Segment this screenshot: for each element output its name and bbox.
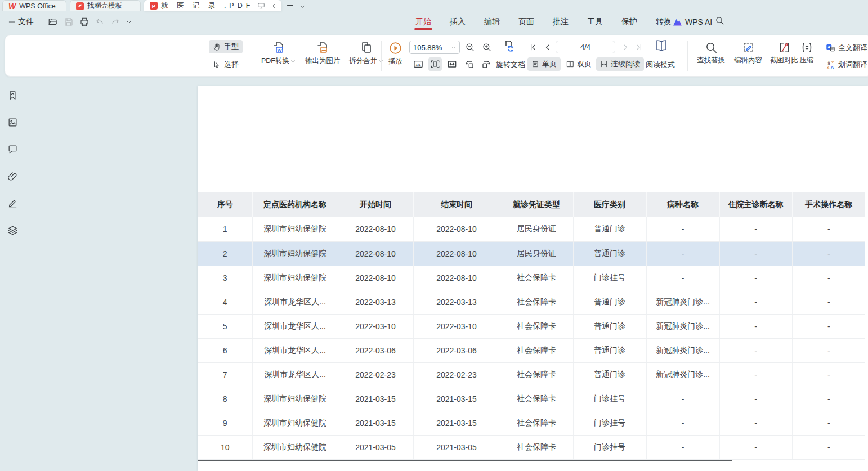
zoom-value: 105.88% bbox=[413, 43, 442, 52]
tab-wps-office[interactable]: W WPS Office bbox=[2, 0, 66, 11]
thumbnails-icon[interactable] bbox=[5, 115, 20, 129]
next-page-icon[interactable] bbox=[619, 41, 632, 54]
table-cell: - bbox=[792, 411, 865, 435]
rotate-document-icon[interactable] bbox=[503, 39, 516, 53]
compress-button[interactable]: 压缩 bbox=[793, 39, 820, 68]
table-cell: 普通门诊 bbox=[573, 217, 646, 241]
divider bbox=[381, 41, 382, 71]
select-tool-label: 选择 bbox=[224, 60, 239, 70]
full-text-translate-button[interactable]: A 全文翻译 bbox=[821, 41, 868, 55]
table-cell: 普通门诊 bbox=[573, 362, 646, 387]
hand-icon bbox=[213, 43, 221, 51]
file-menu-button[interactable]: 文件 bbox=[6, 15, 36, 29]
word-translate-label: 划词翻译 bbox=[838, 60, 867, 70]
read-mode-label[interactable]: 阅读模式 bbox=[646, 60, 675, 70]
single-page-label: 单页 bbox=[542, 59, 557, 69]
open-file-icon[interactable] bbox=[48, 17, 58, 27]
save-icon[interactable] bbox=[64, 17, 74, 27]
menu-item[interactable]: 批注 bbox=[552, 12, 570, 32]
monitor-icon[interactable] bbox=[257, 2, 265, 10]
column-header: 住院主诊断名称 bbox=[719, 192, 792, 217]
find-replace-button[interactable]: 查找替换 bbox=[693, 39, 729, 68]
compress-label: 压缩 bbox=[800, 56, 814, 65]
tab-list-chevron-icon[interactable] bbox=[299, 3, 306, 10]
table-cell: 深圳市妇幼保健院 bbox=[252, 266, 338, 290]
rotate-left-icon[interactable] bbox=[463, 57, 477, 71]
table-cell: - bbox=[719, 387, 792, 411]
table-cell: 1 bbox=[198, 217, 252, 241]
table-cell: 2022-08-10 bbox=[413, 241, 500, 266]
print-icon[interactable] bbox=[79, 17, 90, 27]
page-number-input[interactable]: 4/4 bbox=[556, 41, 615, 53]
more-tools-chevron-icon[interactable] bbox=[126, 19, 132, 25]
svg-text:W: W bbox=[277, 48, 281, 53]
new-tab-icon[interactable] bbox=[286, 1, 294, 10]
word-translate-button[interactable]: 文A 划词翻译 bbox=[821, 58, 868, 71]
rotate-document-label[interactable]: 旋转文档 bbox=[496, 60, 525, 70]
layers-icon[interactable] bbox=[5, 223, 20, 237]
table-cell: 深圳市龙华区人... bbox=[252, 290, 338, 314]
table-cell: 新冠肺炎门诊... bbox=[646, 290, 719, 314]
table-cell: 深圳市妇幼保健院 bbox=[252, 387, 338, 411]
table-cell: 深圳市妇幼保健院 bbox=[252, 217, 338, 241]
zoom-level-dropdown[interactable]: 105.88% bbox=[409, 41, 460, 54]
table-cell: 3 bbox=[198, 266, 252, 290]
select-tool-button[interactable]: 选择 bbox=[209, 58, 243, 71]
fit-width-icon[interactable] bbox=[445, 57, 459, 71]
wps-ai-label: WPS AI bbox=[685, 17, 712, 26]
menu-item[interactable]: 工具 bbox=[586, 12, 604, 32]
table-cell: 深圳市妇幼保健院 bbox=[252, 411, 338, 435]
divider bbox=[138, 17, 138, 26]
play-label: 播放 bbox=[388, 57, 402, 66]
fit-page-icon[interactable] bbox=[428, 57, 442, 71]
last-page-icon[interactable] bbox=[632, 41, 646, 54]
table-cell: 2022-08-10 bbox=[413, 266, 500, 290]
split-merge-button[interactable]: 拆分合并 bbox=[346, 39, 386, 68]
table-cell: 门诊挂号 bbox=[573, 411, 646, 435]
actual-size-icon[interactable]: 1:1 bbox=[411, 57, 425, 71]
signature-icon[interactable] bbox=[5, 196, 20, 210]
menu-item[interactable]: 开始 bbox=[414, 12, 432, 32]
table-cell: 社会保障卡 bbox=[500, 435, 573, 459]
tab-docer-templates[interactable]: 找稻壳模板 bbox=[70, 0, 141, 11]
table-cell: - bbox=[719, 314, 792, 338]
edit-content-button[interactable]: 编辑内容 bbox=[730, 39, 766, 68]
tab-label: WPS Office bbox=[19, 2, 55, 10]
menu-item[interactable]: 保护 bbox=[620, 12, 638, 32]
zoom-out-icon[interactable] bbox=[463, 41, 477, 54]
search-icon[interactable] bbox=[715, 16, 724, 25]
table-cell: 2022-03-06 bbox=[338, 338, 413, 362]
previous-page-icon[interactable] bbox=[541, 41, 554, 54]
undo-icon[interactable] bbox=[95, 17, 105, 27]
menu-item[interactable]: 编辑 bbox=[483, 12, 501, 32]
comment-icon[interactable] bbox=[5, 142, 20, 156]
menu-item[interactable]: 页面 bbox=[517, 12, 535, 32]
tab-pdf-document[interactable]: P 就 医 记 录 .PDF bbox=[144, 0, 281, 11]
wps-logo-icon: W bbox=[8, 2, 16, 10]
bookmark-icon[interactable] bbox=[5, 88, 20, 102]
menu-item[interactable]: 转换 bbox=[655, 12, 673, 32]
full-text-translate-label: 全文翻译 bbox=[838, 43, 867, 53]
table-cell: - bbox=[646, 217, 719, 241]
export-image-button[interactable]: 输出为图片 bbox=[302, 39, 343, 68]
svg-text:A: A bbox=[827, 45, 830, 49]
attachment-icon[interactable] bbox=[5, 169, 20, 183]
zoom-in-icon[interactable] bbox=[480, 41, 494, 54]
close-tab-icon[interactable] bbox=[270, 3, 276, 9]
table-cell: - bbox=[792, 266, 865, 290]
first-page-icon[interactable] bbox=[526, 41, 540, 54]
play-button[interactable]: 播放 bbox=[386, 39, 405, 69]
pdf-convert-button[interactable]: W PDF转换 bbox=[258, 39, 298, 68]
wps-ai-button[interactable]: WPS AI bbox=[673, 11, 712, 33]
table-cell: 2021-03-15 bbox=[413, 387, 500, 411]
hand-tool-button[interactable]: 手型 bbox=[209, 40, 243, 53]
table-header-row: 序号定点医药机构名称开始时间结束时间就诊凭证类型医疗类别病种名称住院主诊断名称手… bbox=[198, 192, 865, 217]
table-cell: 2022-03-13 bbox=[338, 290, 413, 314]
continuous-reading-button[interactable]: 连续阅读 bbox=[596, 57, 644, 71]
redo-icon[interactable] bbox=[110, 17, 120, 27]
read-mode-icon[interactable] bbox=[655, 39, 668, 52]
docer-icon bbox=[76, 2, 84, 10]
rotate-right-icon[interactable] bbox=[479, 57, 493, 71]
single-page-button[interactable]: 单页 bbox=[527, 57, 561, 71]
menu-item[interactable]: 插入 bbox=[449, 12, 467, 32]
